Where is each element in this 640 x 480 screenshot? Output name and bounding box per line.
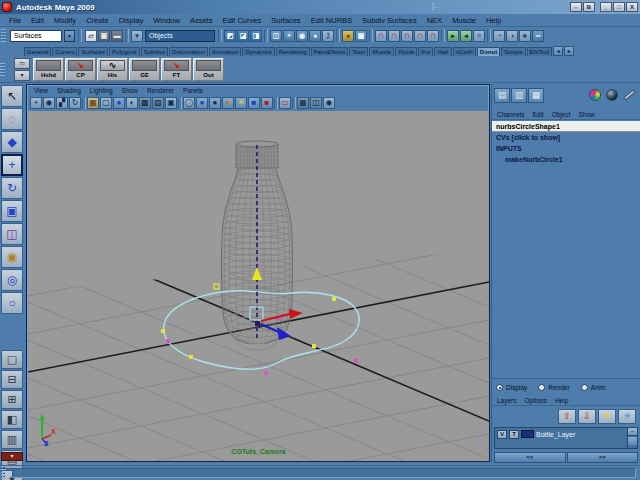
layer-scrollbar[interactable]: − <box>627 428 637 448</box>
shelf-tab[interactable]: Rendering <box>276 47 310 56</box>
render-settings-icon[interactable]: ∗ <box>519 30 531 42</box>
menu-item[interactable]: Create <box>81 16 114 25</box>
separator[interactable] <box>487 29 491 42</box>
input-node-row[interactable]: makeNurbCircle1 <box>492 154 640 165</box>
panel-menu-item[interactable]: Lighting <box>90 87 113 94</box>
create-empty-layer-button[interactable]: ☀ <box>598 409 616 424</box>
menu-item[interactable]: Help <box>481 16 506 25</box>
snap-to-curve-icon[interactable]: ∩ <box>388 30 400 42</box>
scrollbar-thumb[interactable] <box>628 437 637 445</box>
channel-layer-toggle-icon[interactable]: ▦ <box>528 88 544 103</box>
layer-editor-toggle-icon[interactable]: ▥ <box>511 88 527 103</box>
menu-item[interactable]: Assets <box>185 16 218 25</box>
channel-menu-item[interactable]: Edit <box>532 111 543 118</box>
shelf-item-ge[interactable]: GE <box>129 58 160 81</box>
shelf-tab[interactable]: Fluids <box>395 47 417 56</box>
grid-toggle-icon[interactable]: ▦ <box>297 97 309 109</box>
rotate-tool[interactable]: ↻ <box>1 177 23 199</box>
menu-item[interactable]: File <box>4 16 26 25</box>
snap-to-surface-icon[interactable]: ∩ <box>427 30 439 42</box>
snap-to-view-plane-icon[interactable]: ∩ <box>414 30 426 42</box>
separator[interactable] <box>292 97 296 109</box>
selection-mask-field[interactable]: Objects <box>145 30 215 42</box>
menu-item[interactable]: Subdiv Surfaces <box>357 16 422 25</box>
soft-modification-tool[interactable]: ◉ <box>1 246 23 268</box>
shelf-tab[interactable]: Curves <box>52 47 77 56</box>
layout-two-pane-button[interactable]: ⊟ <box>1 370 23 389</box>
menu-item[interactable]: Modify <box>49 16 81 25</box>
move-tool[interactable]: + <box>1 154 23 176</box>
shelf-tab[interactable]: nCloth <box>453 47 476 56</box>
highlight-icon[interactable]: + <box>283 30 295 42</box>
command-line-input[interactable] <box>12 468 636 478</box>
textured-icon[interactable]: ▨ <box>152 97 164 109</box>
select-component-icon[interactable]: ◨ <box>250 30 262 42</box>
shaded-icon[interactable]: ▢ <box>100 97 112 109</box>
panel-toggle-icon[interactable]: ◫ <box>270 30 282 42</box>
panel-menu-item[interactable]: View <box>34 87 48 94</box>
channel-box-toggle-icon[interactable]: ▤ <box>494 88 510 103</box>
panel-menu-item[interactable]: Panels <box>183 87 203 94</box>
shelf-tab[interactable]: Dynamics <box>242 47 274 56</box>
shelf-tab[interactable]: Deformation <box>169 47 208 56</box>
selected-shape-row[interactable]: nurbsCircleShape1 <box>492 121 640 132</box>
shelf-item-cp[interactable]: ↘ CP <box>65 58 96 81</box>
layer-color-swatch[interactable] <box>521 430 534 438</box>
restore-button[interactable]: □ <box>613 2 625 12</box>
resolution-gate-icon[interactable]: ◫ <box>310 97 322 109</box>
create-layer-from-selected-button[interactable]: ☀ <box>618 409 636 424</box>
render-icon[interactable]: ◔ <box>493 30 505 42</box>
minimize-button[interactable]: _ <box>600 2 612 12</box>
snap-to-point-icon[interactable]: ∩ <box>401 30 413 42</box>
track-tool-icon[interactable]: + <box>30 97 42 109</box>
shelf-tab[interactable]: General <box>24 47 51 56</box>
drag-grip[interactable] <box>0 63 5 76</box>
shelf-item-out[interactable]: Out <box>193 58 224 81</box>
shelf-tab[interactable]: Polygons <box>109 47 140 56</box>
pan-window-button[interactable]: ↔ <box>570 2 582 12</box>
shelf-tab[interactable]: Toon <box>349 47 368 56</box>
universal-manipulator-tool[interactable]: ◫ <box>1 223 23 245</box>
layer-menu-item[interactable]: Options <box>525 397 547 404</box>
blue-cube-icon[interactable]: ■ <box>248 97 260 109</box>
viewport-3d[interactable]: CGTuts_Camera X Z <box>28 111 489 461</box>
lock-icon[interactable]: ● <box>342 30 354 42</box>
make-live-icon[interactable]: ▦ <box>355 30 367 42</box>
file-open-icon[interactable]: ▣ <box>98 30 110 42</box>
separator[interactable] <box>369 29 373 42</box>
panel-menu-item[interactable]: Renderer <box>147 87 174 94</box>
menu-item[interactable]: NEX <box>422 16 447 25</box>
layout-outliner-button[interactable]: ▥ <box>1 430 23 449</box>
xray-icon[interactable]: ◉ <box>323 97 335 109</box>
cvs-click-to-show-row[interactable]: CVs [click to show] <box>492 132 640 143</box>
separator[interactable] <box>264 29 268 42</box>
shelf-item-ft[interactable]: ↘ FT <box>161 58 192 81</box>
snap-to-grid-icon[interactable]: ∩ <box>375 30 387 42</box>
separator[interactable] <box>125 29 129 42</box>
lasso-select-tool[interactable]: ◌ <box>1 108 23 130</box>
wireframe-icon[interactable]: ▦ <box>87 97 99 109</box>
input-connections-icon[interactable]: ▸ <box>447 30 459 42</box>
ipr-render-icon[interactable]: ◑ <box>506 30 518 42</box>
use-all-lights-icon[interactable]: ☀ <box>235 97 247 109</box>
scroll-collapse-button[interactable]: − <box>628 428 637 436</box>
panel-menu-item[interactable]: Show <box>122 87 138 94</box>
file-new-icon[interactable]: ▱ <box>85 30 97 42</box>
menu-set-selector[interactable]: Surfaces <box>10 30 62 42</box>
layout-four-pane-button[interactable]: ⊞ <box>1 390 23 409</box>
select-tool[interactable]: ↖ <box>1 85 23 107</box>
select-hierarchy-icon[interactable]: ◩ <box>224 30 236 42</box>
select-object-icon[interactable]: ◪ <box>237 30 249 42</box>
wire-sphere-icon[interactable]: ◯ <box>183 97 195 109</box>
shelf-tab[interactable]: Muscle <box>369 47 394 56</box>
layer-visibility-toggle[interactable]: V <box>497 430 507 439</box>
split-icon[interactable]: ⁒ <box>322 30 334 42</box>
drag-grip[interactable] <box>1 466 6 479</box>
shelf-tab[interactable]: Fur <box>418 47 433 56</box>
separator[interactable] <box>218 29 222 42</box>
shelf-menu-button[interactable]: ▾ <box>14 70 30 81</box>
orange-sphere-icon[interactable]: ● <box>222 97 234 109</box>
close-button[interactable]: X <box>626 2 638 12</box>
move-layer-up-button[interactable]: ⇧ <box>558 409 576 424</box>
separator[interactable] <box>274 97 278 109</box>
